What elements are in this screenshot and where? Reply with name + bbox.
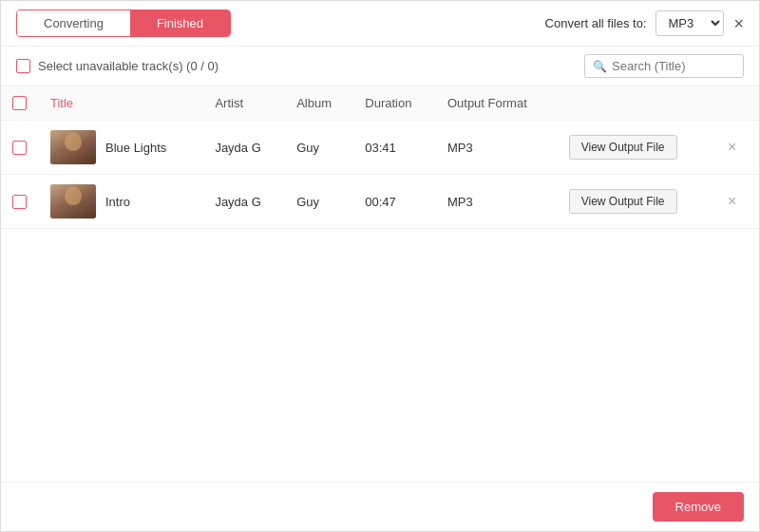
table-header-row: Title Artist Album Duration Output Forma… bbox=[1, 86, 759, 121]
search-box: 🔍 bbox=[584, 54, 744, 78]
row1-artist: Jayda G bbox=[203, 121, 285, 175]
row1-remove-cell: × bbox=[712, 121, 759, 175]
table-row: Intro Jayda G Guy 00:47 MP3 View Output … bbox=[1, 175, 759, 229]
row2-actions: View Output File bbox=[569, 189, 701, 214]
row2-view-output-button[interactable]: View Output File bbox=[569, 189, 677, 214]
row1-actions: View Output File bbox=[569, 135, 701, 160]
row2-title-cell: Intro bbox=[39, 175, 203, 229]
row2-thumbnail bbox=[50, 184, 96, 218]
format-select[interactable]: MP3 AAC FLAC WAV OGG bbox=[656, 10, 724, 36]
row2-checkbox[interactable] bbox=[12, 195, 27, 209]
bottom-bar: Remove bbox=[1, 482, 759, 531]
row2-track-cell: Intro bbox=[50, 184, 192, 218]
row1-album: Guy bbox=[285, 121, 353, 175]
select-unavailable-checkbox[interactable] bbox=[16, 59, 30, 73]
header-select-all-checkbox[interactable] bbox=[12, 96, 27, 110]
tab-converting[interactable]: Converting bbox=[17, 10, 130, 36]
row1-view-output-button[interactable]: View Output File bbox=[569, 135, 677, 160]
header-title: Title bbox=[39, 86, 203, 121]
row1-thumbnail bbox=[50, 130, 96, 164]
row2-actions-cell: View Output File bbox=[558, 175, 712, 229]
select-unavailable-label: Select unavailable track(s) (0 / 0) bbox=[38, 59, 218, 73]
track-table: Title Artist Album Duration Output Forma… bbox=[1, 86, 759, 229]
tab-finished[interactable]: Finished bbox=[130, 10, 230, 36]
row1-actions-cell: View Output File bbox=[558, 121, 712, 175]
row1-output-format: MP3 bbox=[436, 121, 558, 175]
row2-artist: Jayda G bbox=[203, 175, 285, 229]
table-row: Blue Lights Jayda G Guy 03:41 MP3 View O… bbox=[1, 121, 759, 175]
row2-checkbox-cell bbox=[1, 175, 39, 229]
search-icon: 🔍 bbox=[593, 60, 607, 73]
convert-all-label: Convert all files to: bbox=[545, 16, 647, 30]
filter-bar: Select unavailable track(s) (0 / 0) 🔍 bbox=[1, 47, 759, 86]
row2-duration: 00:47 bbox=[353, 175, 436, 229]
row2-album: Guy bbox=[285, 175, 353, 229]
row2-output-format: MP3 bbox=[436, 175, 558, 229]
track-table-container: Title Artist Album Duration Output Forma… bbox=[1, 86, 759, 482]
header-album: Album bbox=[285, 86, 353, 121]
row1-track-cell: Blue Lights bbox=[50, 130, 192, 164]
header-remove bbox=[712, 86, 759, 121]
header-output-format: Output Format bbox=[436, 86, 558, 121]
header-checkbox-col bbox=[1, 86, 39, 121]
close-button[interactable]: × bbox=[733, 15, 744, 32]
row1-remove-button[interactable]: × bbox=[724, 139, 740, 156]
header-actions bbox=[558, 86, 712, 121]
row2-remove-button[interactable]: × bbox=[724, 193, 740, 210]
header-duration: Duration bbox=[353, 86, 436, 121]
row2-remove-cell: × bbox=[712, 175, 759, 229]
tab-group: Converting Finished bbox=[16, 10, 231, 37]
row1-title: Blue Lights bbox=[105, 141, 166, 155]
remove-button[interactable]: Remove bbox=[653, 492, 744, 522]
app-container: Converting Finished Convert all files to… bbox=[0, 0, 760, 532]
row1-duration: 03:41 bbox=[353, 121, 436, 175]
top-right-controls: Convert all files to: MP3 AAC FLAC WAV O… bbox=[545, 10, 744, 36]
search-input[interactable] bbox=[612, 59, 735, 73]
row1-title-cell: Blue Lights bbox=[39, 121, 203, 175]
row1-checkbox-cell bbox=[1, 121, 39, 175]
row1-checkbox[interactable] bbox=[12, 141, 27, 155]
row2-title: Intro bbox=[105, 195, 130, 209]
header-artist: Artist bbox=[203, 86, 285, 121]
select-unavailable-section: Select unavailable track(s) (0 / 0) bbox=[16, 59, 218, 73]
top-bar: Converting Finished Convert all files to… bbox=[1, 1, 759, 47]
